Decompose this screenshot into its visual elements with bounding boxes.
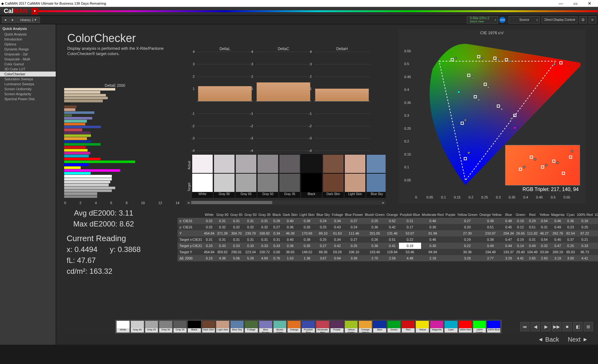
settings-gear-icon[interactable]: ⚙ xyxy=(579,16,587,24)
swatch[interactable]: White xyxy=(192,154,213,198)
swatch[interactable]: Gray 35 xyxy=(279,154,300,198)
swatch[interactable]: Dark Skin xyxy=(323,154,344,198)
bottom-swatch[interactable]: Dark Skin xyxy=(202,320,216,333)
swatch-label-actual: Actual xyxy=(186,154,192,176)
source-chip[interactable]: Source▼ xyxy=(509,16,540,24)
back-button[interactable]: ◄Back xyxy=(532,336,563,343)
badge-count[interactable]: 233 xyxy=(499,17,505,23)
bottom-swatch[interactable]: Light Skin xyxy=(216,320,230,333)
swatch[interactable]: Black xyxy=(301,154,322,198)
bottom-swatch[interactable]: White xyxy=(116,320,130,333)
close-button[interactable]: ✕ xyxy=(582,1,597,6)
deltae-bar xyxy=(64,161,135,163)
sidebar-item-introduction[interactable]: Introduction xyxy=(0,37,56,42)
bottom-swatch[interactable]: Orange xyxy=(287,320,301,333)
extra1-icon[interactable]: ◧ xyxy=(573,322,582,331)
swatch[interactable]: Gray 50 xyxy=(257,154,278,198)
bottom-swatch[interactable]: Yellow Green xyxy=(344,320,358,333)
bottom-swatch[interactable]: Gray 80 xyxy=(131,320,144,333)
display-chip[interactable]: Direct Display Control▼ xyxy=(542,16,577,24)
toolbar: ◄ ► History 1 ▾ X-Rite i1Pro 2 Direct Vi… xyxy=(0,16,598,24)
deltae-bar xyxy=(64,163,89,166)
minimize-button[interactable]: — xyxy=(554,1,568,6)
bottom-swatch[interactable]: Gray 50 xyxy=(159,320,173,333)
bottom-swatch[interactable]: Cyan xyxy=(444,320,458,333)
table-row: Y454.84371.38304.70239.78168.820.3446.38… xyxy=(178,230,598,236)
deltae-bar xyxy=(64,126,101,128)
deltae-bar xyxy=(64,146,86,148)
sidebar-item-grayscale-2pt[interactable]: Grayscale - 2pt xyxy=(0,52,56,57)
sidebar-item-screen-uniformity[interactable]: Screen Uniformity xyxy=(0,86,56,91)
next-button[interactable]: Next► xyxy=(563,336,594,343)
deltae-bar xyxy=(64,132,91,134)
scroll-thumb[interactable] xyxy=(191,201,272,204)
sidebar-item-quick-analysis[interactable]: Quick Analysis xyxy=(0,32,56,37)
bottom-swatch[interactable]: Purple xyxy=(330,320,344,333)
swatch[interactable]: Gray 80 xyxy=(214,154,235,198)
maximize-button[interactable]: ▭ xyxy=(568,1,582,6)
deltaH-chart: DeltaH-4-3-2-11234 xyxy=(314,52,370,151)
next-icon[interactable]: ▶▶ xyxy=(552,322,561,331)
deltae-bar xyxy=(64,114,72,117)
cie-chart: CIE 1976 u'v' xyxy=(399,29,586,203)
sidebar-item-screen-angularity[interactable]: Screen Angularity xyxy=(0,91,56,96)
bottom-swatch[interactable]: Foliage xyxy=(244,320,258,333)
bottom-swatch[interactable]: Green xyxy=(387,320,401,333)
bottom-swatch[interactable]: 100% Blue xyxy=(487,320,501,333)
table-row: Target Y454.84359.92290.01223.34158.720.… xyxy=(178,249,598,255)
menu-icon[interactable]: ≡ xyxy=(589,16,596,24)
toolbar-back[interactable]: ◄ xyxy=(2,17,9,23)
extra2-icon[interactable]: ⊞ xyxy=(584,322,593,331)
play-icon[interactable]: ▶ xyxy=(541,322,551,331)
sidebar-item-dynamic-range[interactable]: Dynamic Range xyxy=(0,47,56,52)
toolbar-fwd[interactable]: ► xyxy=(9,17,16,23)
sidebar-item-colorchecker[interactable]: ColorChecker xyxy=(0,72,56,77)
deltae-bar xyxy=(64,187,115,189)
scroll-left-icon[interactable]: ◄ xyxy=(186,201,191,204)
page-description: Display analysis is performed with the X… xyxy=(67,46,167,57)
sidebar-item-options[interactable]: Options xyxy=(0,42,56,47)
stop-icon[interactable]: ■ xyxy=(562,322,572,331)
scroll-right-icon[interactable]: ► xyxy=(381,201,386,204)
app-logo: CalMAN xyxy=(0,7,31,15)
deltaL-chart: DeltaL-4-3-2-11234 xyxy=(197,52,253,151)
prev-icon[interactable]: ◀ xyxy=(531,322,540,331)
bottom-swatch[interactable]: Red xyxy=(401,320,415,333)
bottom-swatch[interactable]: Magenta xyxy=(430,320,444,333)
swatch-scrollbar[interactable]: ◄ ► xyxy=(186,200,386,205)
bottom-swatch[interactable]: Black xyxy=(187,320,201,333)
bottom-swatch[interactable]: Blue Flower xyxy=(259,320,273,333)
sidebar-item-luminance-sweeps[interactable]: Luminance Sweeps xyxy=(0,82,56,86)
bottom-swatch[interactable]: Yellow xyxy=(415,320,429,333)
swatch[interactable]: Blue Sky xyxy=(366,154,386,198)
history-tab[interactable]: History 1 ▾ xyxy=(17,17,40,23)
sidebar-item-color-gamut[interactable]: Color Gamut xyxy=(0,62,56,67)
os-titlebar: ◆ CalMAN 2017 CalMAN Ultimate for Busine… xyxy=(0,0,598,7)
bottom-swatch[interactable]: Gray 35 xyxy=(173,320,187,333)
deltae-bar xyxy=(64,140,91,143)
bottom-swatch[interactable]: 100% Red xyxy=(458,320,472,333)
deltae-bar xyxy=(64,192,97,195)
stat-cd: cd/m²: 163.32 xyxy=(67,266,141,277)
sidebar-item-3d-cube-lut[interactable]: 3D Cube LUT xyxy=(0,67,56,72)
logo-dropdown[interactable]: ▼ xyxy=(31,8,38,15)
bottom-swatch[interactable]: Purplish Blue xyxy=(301,320,315,333)
sidebar-item-grayscale-multi[interactable]: Grayscale - Multi xyxy=(0,57,56,62)
prev-first-icon[interactable]: ⏮ xyxy=(520,322,529,331)
deltae-bar xyxy=(64,88,115,91)
bottom-swatch[interactable]: Blue xyxy=(373,320,387,333)
sidebar-item-spectral-power-dist-[interactable]: Spectral Power Dist. xyxy=(0,96,56,101)
bottom-swatch[interactable]: Bluish Green xyxy=(273,320,287,333)
bottom-swatch[interactable]: 100% Green xyxy=(473,320,486,333)
deltae-bar xyxy=(64,94,106,96)
swatch[interactable]: Gray 65 xyxy=(235,154,257,198)
bottom-swatch[interactable]: Orange Yellow xyxy=(358,320,372,333)
deltaC-chart: DeltaC-4-3-2-11234 xyxy=(255,52,311,151)
bottom-swatch[interactable]: Gray 65 xyxy=(145,320,159,333)
bottom-swatch[interactable]: Blue Sky xyxy=(230,320,244,333)
bottom-swatch[interactable]: Moderate Red xyxy=(316,320,330,333)
swatch[interactable]: Light Skin xyxy=(344,154,366,198)
meter-chip[interactable]: X-Rite i1Pro 2 Direct View ▼ xyxy=(467,16,498,24)
window-title: CalMAN 2017 CalMAN Ultimate for Business… xyxy=(5,2,106,5)
sidebar-item-saturation-sweeps[interactable]: Saturation Sweeps xyxy=(0,77,56,82)
